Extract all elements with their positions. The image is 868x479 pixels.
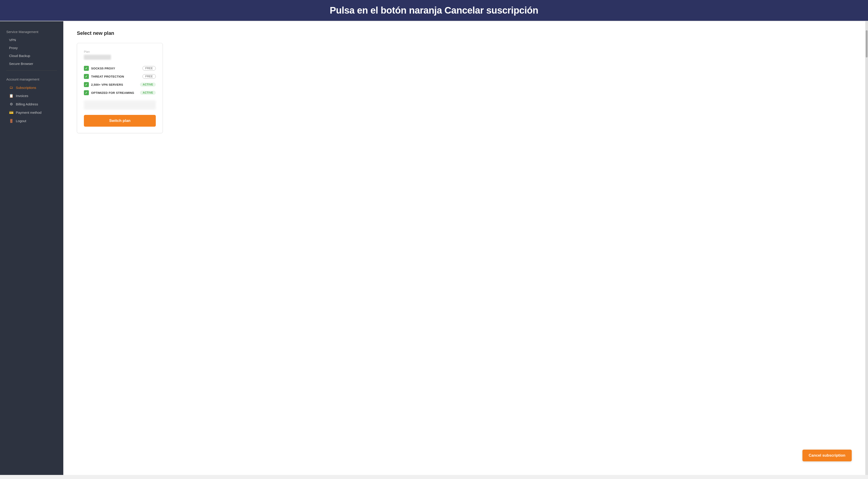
switch-plan-button[interactable]: Switch plan — [84, 115, 156, 127]
feature-name: THREAT PROTECTION — [91, 75, 140, 78]
sidebar-item-subscriptions[interactable]: 🗂 Subscriptions — [0, 84, 63, 92]
feature-item-socks5: ✓ SOCKS5 PROXY Free — [84, 64, 156, 72]
sidebar-item-label: Invoices — [16, 94, 28, 98]
sidebar-item-invoices[interactable]: 📋 Invoices — [0, 92, 63, 100]
feature-badge: Active — [140, 91, 156, 95]
billing-address-icon: ⚙ — [9, 102, 13, 106]
check-icon: ✓ — [84, 90, 89, 95]
sidebar-item-label: Payment method — [16, 111, 41, 114]
sidebar-item-proxy[interactable]: Proxy — [0, 44, 63, 52]
plan-extra-blur — [84, 100, 156, 110]
sidebar-item-label: Cloud Backup — [9, 54, 30, 58]
cancel-subscription-button[interactable]: Cancel subscription — [802, 450, 852, 461]
sidebar-item-cloud-backup[interactable]: Cloud Backup — [0, 52, 63, 60]
check-icon: ✓ — [84, 74, 89, 79]
sidebar-item-billing-address[interactable]: ⚙ Billing Address — [0, 100, 63, 108]
feature-name: OPTIMIZED FOR STREAMING — [91, 91, 138, 94]
feature-badge: Free — [143, 66, 156, 70]
feature-item-threat: ✓ THREAT PROTECTION Free — [84, 72, 156, 81]
scrollbar-area[interactable] — [865, 21, 868, 475]
scrollbar-thumb[interactable] — [866, 30, 868, 57]
sidebar: Service Management VPN Proxy Cloud Backu… — [0, 21, 63, 475]
sidebar-item-logout[interactable]: 🚪 Logout — [0, 117, 63, 125]
sidebar-item-label: Secure Browser — [9, 62, 33, 66]
logout-icon: 🚪 — [9, 119, 13, 123]
check-icon: ✓ — [84, 82, 89, 87]
sidebar-item-label: Proxy — [9, 46, 18, 50]
content-area: Select new plan Plan ✓ SOCKS5 PROXY Free… — [63, 21, 865, 475]
feature-badge: Active — [140, 83, 156, 87]
sidebar-item-payment-method[interactable]: 💳 Payment method — [0, 108, 63, 117]
feature-item-streaming: ✓ OPTIMIZED FOR STREAMING Active — [84, 89, 156, 97]
plan-label: Plan — [84, 50, 156, 53]
subscriptions-icon: 🗂 — [9, 86, 13, 90]
feature-list: ✓ SOCKS5 PROXY Free ✓ THREAT PROTECTION … — [84, 64, 156, 97]
banner-title: Pulsa en el botón naranja Cancelar suscr… — [9, 5, 859, 16]
account-management-title: Account management — [0, 73, 63, 84]
sidebar-item-secure-browser[interactable]: Secure Browser — [0, 60, 63, 68]
service-management-title: Service Management — [0, 26, 63, 36]
sidebar-item-label: Logout — [16, 119, 26, 123]
sidebar-item-vpn[interactable]: VPN — [0, 36, 63, 44]
sidebar-item-label: Subscriptions — [16, 86, 36, 90]
feature-name: SOCKS5 PROXY — [91, 67, 140, 70]
sidebar-item-label: Billing Address — [16, 102, 38, 106]
section-title: Select new plan — [77, 30, 852, 36]
plan-card: Plan ✓ SOCKS5 PROXY Free ✓ THREAT PROTEC… — [77, 43, 163, 133]
feature-item-vpn-servers: ✓ 2,500+ VPN SERVERS Active — [84, 81, 156, 89]
invoices-icon: 📋 — [9, 94, 13, 98]
check-icon: ✓ — [84, 66, 89, 71]
top-banner: Pulsa en el botón naranja Cancelar suscr… — [0, 0, 868, 21]
feature-name: 2,500+ VPN SERVERS — [91, 83, 138, 86]
sidebar-item-label: VPN — [9, 38, 16, 42]
feature-badge: Free — [143, 74, 156, 79]
main-layout: Service Management VPN Proxy Cloud Backu… — [0, 21, 868, 475]
plan-name-blur — [84, 55, 111, 60]
payment-method-icon: 💳 — [9, 110, 13, 115]
